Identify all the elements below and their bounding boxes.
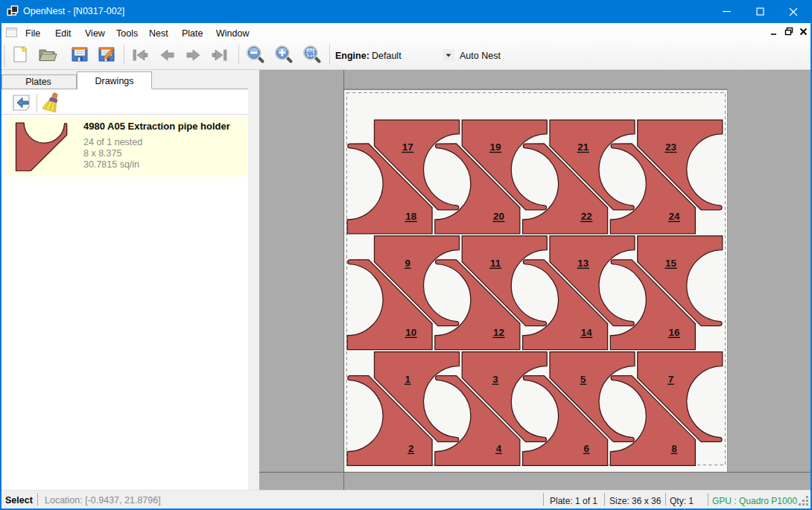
svg-text:9: 9 [405,258,410,269]
svg-text:19: 19 [490,141,501,153]
svg-text:3: 3 [492,374,498,385]
svg-text:6: 6 [583,443,589,454]
svg-text:11: 11 [490,258,501,269]
svg-text:14: 14 [581,327,592,338]
svg-text:2: 2 [408,443,413,454]
svg-text:7: 7 [668,374,673,385]
svg-text:22: 22 [581,211,592,222]
svg-text:21: 21 [577,141,589,153]
svg-text:5: 5 [580,374,586,385]
svg-text:4: 4 [496,443,502,454]
svg-text:10: 10 [405,327,416,338]
svg-text:16: 16 [668,327,679,338]
svg-text:18: 18 [405,211,416,222]
svg-text:24: 24 [668,211,679,222]
svg-text:15: 15 [665,258,676,269]
svg-text:8: 8 [671,443,677,454]
svg-text:1: 1 [405,374,411,385]
svg-text:12: 12 [493,327,504,338]
svg-text:23: 23 [665,141,676,153]
svg-text:13: 13 [577,258,589,269]
svg-text:20: 20 [493,211,504,222]
svg-text:17: 17 [402,141,413,153]
